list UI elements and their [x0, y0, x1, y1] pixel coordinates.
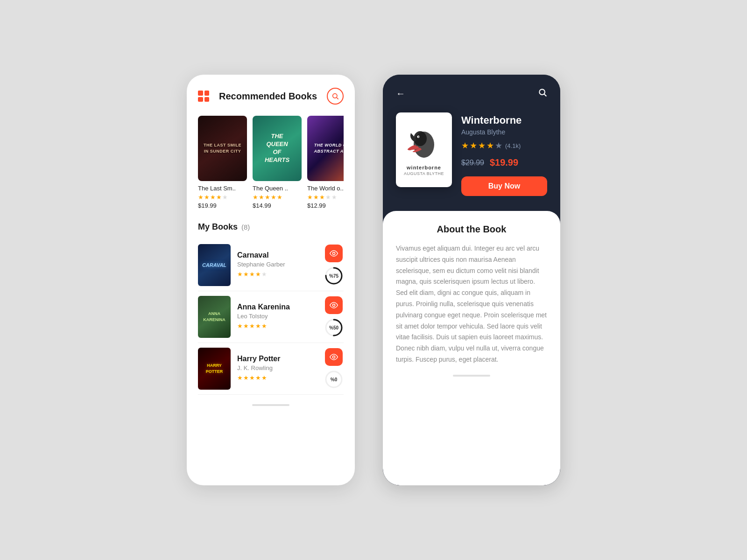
svg-point-14 [414, 131, 427, 146]
page-title: Recommended Books [219, 91, 317, 102]
caraval-view-button[interactable] [325, 245, 343, 262]
anna-progress-text: %50 [329, 325, 338, 330]
harry-view-button[interactable] [325, 348, 343, 366]
featured-book-cover: winterborne AUGUSTA BLYTHE [396, 112, 452, 187]
caraval-info: Carnaval Stephanie Garber ★ ★ ★ ★ ★ [237, 251, 317, 279]
harry-info: Harry Potter J. K. Rowling ★ ★ ★ ★ ★ [237, 355, 317, 383]
featured-cover-author-text: AUGUSTA BLYTHE [404, 171, 444, 176]
svg-line-12 [544, 94, 547, 97]
caraval-progress-text: %75 [329, 273, 338, 279]
book-item-harry[interactable]: HARRYPOTTER Harry Potter J. K. Rowling ★… [198, 343, 344, 395]
cover-image-anna: ANNAKARENINA [198, 296, 231, 338]
cover-image-queen-hearts: THEQUEENOFHEARTS [253, 116, 302, 181]
cover-image-caraval: CARAVAL [198, 244, 231, 286]
my-book-cover-harry: HARRYPOTTER [198, 348, 231, 390]
book-cover-last-smile: The Last Smile in Sunder City [198, 116, 247, 181]
book-item-anna[interactable]: ANNAKARENINA Anna Karenina Leo Tolstoy ★… [198, 291, 344, 343]
book-price-queen-hearts: $14.99 [253, 202, 302, 209]
caraval-author: Stephanie Garber [237, 261, 317, 268]
stars-abstract-art: ★ ★ ★ ★ ★ [307, 194, 344, 201]
svg-point-5 [332, 304, 335, 306]
star-4: ★ [216, 194, 222, 201]
harry-stars: ★ ★ ★ ★ ★ [237, 374, 317, 381]
my-books-count: (8) [241, 223, 250, 231]
recommended-books-row: The Last Smile in Sunder City The Last S… [198, 116, 344, 209]
book-name-last-smile: The Last Sm.. [198, 185, 247, 192]
back-button[interactable]: ← [396, 88, 405, 99]
anna-view-button[interactable] [325, 296, 343, 314]
right-scroll-indicator [453, 375, 490, 377]
harry-title: Harry Potter [237, 355, 317, 363]
svg-point-16 [418, 136, 419, 137]
my-book-cover-anna: ANNAKARENINA [198, 296, 231, 338]
cover-image-last-smile: The Last Smile in Sunder City [198, 116, 247, 181]
anna-info: Anna Karenina Leo Tolstoy ★ ★ ★ ★ ★ [237, 303, 317, 331]
anna-author: Leo Tolstoy [237, 313, 317, 320]
star-5: ★ [222, 194, 228, 201]
right-phone-header: ← [396, 88, 547, 99]
about-text: Vivamus eget aliquam dui. Integer eu arc… [396, 243, 547, 365]
about-title: About the Book [396, 224, 547, 235]
new-price: $19.99 [490, 157, 518, 168]
right-search-button[interactable] [538, 88, 547, 99]
featured-book: winterborne AUGUSTA BLYTHE Winterborne A… [396, 112, 547, 196]
book-card-last-smile[interactable]: The Last Smile in Sunder City The Last S… [198, 116, 247, 209]
buy-now-button[interactable]: Buy Now [461, 176, 547, 196]
stars-last-smile: ★ ★ ★ ★ ★ [198, 194, 247, 201]
left-scroll-indicator [252, 404, 289, 406]
harry-author: J. K. Rowling [237, 364, 317, 371]
old-price: $29.99 [461, 159, 484, 167]
svg-point-0 [333, 94, 337, 98]
review-count: (4.1k) [505, 142, 521, 149]
book-name-queen-hearts: The Queen .. [253, 185, 302, 192]
book-cover-queen-hearts: THEQUEENOFHEARTS [253, 116, 302, 181]
about-section: About the Book Vivamus eget aliquam dui.… [383, 211, 560, 485]
right-phone: ← winterbor [383, 75, 560, 485]
anna-stars: ★ ★ ★ ★ ★ [237, 322, 317, 329]
right-phone-top: ← winterbor [383, 75, 560, 211]
book-card-queen-hearts[interactable]: THEQUEENOFHEARTS The Queen .. ★ ★ ★ ★ ★ … [253, 116, 302, 209]
book-item-caraval[interactable]: CARAVAL Carnaval Stephanie Garber ★ ★ ★ … [198, 239, 344, 291]
book-cover-abstract-art: thE WORLD OF AbStRact ART [307, 116, 344, 181]
star-3: ★ [210, 194, 216, 201]
winterborne-cover-art [405, 124, 443, 161]
featured-book-info: Winterborne Augusta Blythe ★ ★ ★ ★ ★ (4.… [461, 112, 547, 196]
caraval-progress: %75 [324, 266, 344, 286]
left-phone-header: Recommended Books [198, 88, 344, 105]
star-2: ★ [204, 194, 210, 201]
anna-title: Anna Karenina [237, 303, 317, 311]
caraval-stars: ★ ★ ★ ★ ★ [237, 271, 317, 278]
harry-progress: %0 [324, 370, 344, 389]
harry-actions: %0 [324, 348, 344, 389]
svg-point-2 [332, 252, 335, 254]
star-1: ★ [198, 194, 204, 201]
book-price-abstract-art: $12.99 [307, 202, 344, 209]
grid-menu-icon[interactable] [198, 91, 209, 102]
my-books-header: My Books (8) [198, 222, 344, 232]
book-card-abstract-art[interactable]: thE WORLD OF AbStRact ART The World o.. … [307, 116, 344, 209]
price-row: $29.99 $19.99 [461, 157, 547, 168]
anna-progress: %50 [324, 318, 344, 337]
featured-cover-title-text: winterborne [407, 165, 441, 170]
stars-queen-hearts: ★ ★ ★ ★ ★ [253, 194, 302, 201]
featured-book-title: Winterborne [461, 114, 547, 126]
left-phone: Recommended Books The Last Smile in Sund… [187, 75, 355, 485]
featured-book-author: Augusta Blythe [461, 128, 547, 136]
book-price-last-smile: $19.99 [198, 202, 247, 209]
my-book-cover-caraval: CARAVAL [198, 244, 231, 286]
search-button[interactable] [327, 88, 344, 105]
cover-image-harry: HARRYPOTTER [198, 348, 231, 390]
anna-actions: %50 [324, 296, 344, 337]
svg-line-1 [337, 98, 338, 99]
caraval-actions: %75 [324, 245, 344, 286]
caraval-title: Carnaval [237, 251, 317, 259]
svg-point-8 [332, 356, 335, 358]
cover-image-abstract-art: thE WORLD OF AbStRact ART [307, 116, 344, 181]
book-name-abstract-art: The World o.. [307, 185, 344, 192]
svg-point-11 [539, 89, 545, 95]
my-books-title: My Books [198, 222, 238, 232]
featured-stars: ★ ★ ★ ★ ★ (4.1k) [461, 140, 547, 151]
harry-progress-text: %0 [331, 377, 337, 382]
